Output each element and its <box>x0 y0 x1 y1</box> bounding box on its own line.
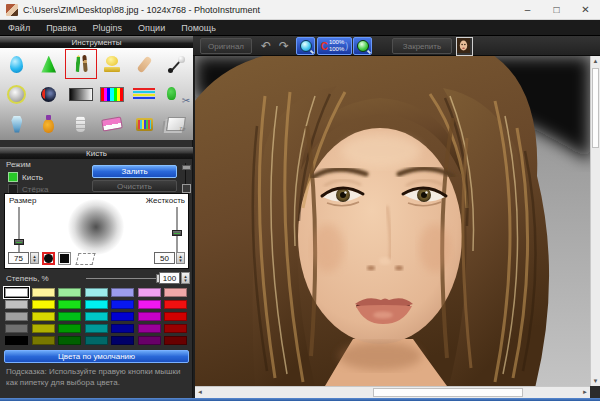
undo-button[interactable]: ↶ <box>258 38 274 54</box>
scroll-left-icon[interactable]: ◄ <box>195 387 205 398</box>
fill-button[interactable]: Залить <box>92 165 177 178</box>
tool-smudge-finger[interactable] <box>128 49 160 79</box>
scroll-down-icon[interactable]: ▼ <box>591 376 600 386</box>
tool-concealer-tube[interactable] <box>1 109 33 139</box>
horizontal-scroll-thumb[interactable] <box>373 388 523 397</box>
close-button[interactable]: ✕ <box>571 0 600 19</box>
color-swatch-0-5[interactable] <box>138 288 161 297</box>
default-colors-button[interactable]: Цвета по умолчанию <box>4 350 189 363</box>
color-swatch-4-1[interactable] <box>32 336 55 345</box>
tool-eraser[interactable] <box>97 109 129 139</box>
size-value[interactable]: 75 <box>8 252 29 264</box>
scroll-up-icon[interactable]: ▲ <box>591 56 600 66</box>
clear-button[interactable]: Очистить <box>92 180 177 192</box>
tool-denoise-tv[interactable] <box>128 109 160 139</box>
spin-down-icon[interactable]: ▾ <box>33 258 36 262</box>
brush-checkbox[interactable] <box>8 172 18 182</box>
tool-blur-drop[interactable] <box>1 49 33 79</box>
color-swatch-0-0[interactable] <box>5 288 28 297</box>
color-swatch-3-2[interactable] <box>58 324 81 333</box>
hardness-slider[interactable] <box>172 207 182 253</box>
tool-text-layers[interactable]: Te <box>160 109 192 139</box>
color-swatch-3-0[interactable] <box>5 324 28 333</box>
color-swatch-1-6[interactable] <box>164 300 187 309</box>
color-swatch-1-3[interactable] <box>85 300 108 309</box>
color-swatch-2-0[interactable] <box>5 312 28 321</box>
color-swatch-2-5[interactable] <box>138 312 161 321</box>
minimize-button[interactable]: – <box>513 0 542 19</box>
opacity-slider[interactable] <box>86 273 160 283</box>
hardness-spinbox[interactable]: 50 ▴ ▾ <box>154 252 185 264</box>
color-swatch-0-6[interactable] <box>164 288 187 297</box>
color-swatch-2-4[interactable] <box>111 312 134 321</box>
zoom-in-button[interactable] <box>353 37 372 55</box>
zoom-level-display[interactable]: C 100% 100% ) <box>317 37 352 55</box>
tool-color-lines[interactable] <box>128 79 160 109</box>
color-swatch-2-1[interactable] <box>32 312 55 321</box>
tool-light-bulb[interactable] <box>65 109 97 139</box>
tool-pin-tool[interactable] <box>160 49 192 79</box>
maximize-button[interactable]: □ <box>542 0 571 19</box>
hardness-slider-handle[interactable] <box>172 230 182 236</box>
menu-help[interactable]: Помощь <box>181 23 216 33</box>
mini-slider[interactable] <box>181 163 190 193</box>
opacity-spinbox[interactable]: 100 ▴ ▾ <box>159 272 190 284</box>
menu-edit[interactable]: Правка <box>46 23 76 33</box>
color-swatch-1-2[interactable] <box>58 300 81 309</box>
size-spin-arrows[interactable]: ▴ ▾ <box>30 252 39 264</box>
spin-down-icon[interactable]: ▾ <box>184 278 187 282</box>
color-swatch-1-4[interactable] <box>111 300 134 309</box>
scroll-right-icon[interactable]: ► <box>580 387 590 398</box>
hardness-value[interactable]: 50 <box>154 252 175 264</box>
tool-clone-stamp[interactable] <box>97 49 129 79</box>
image-thumbnail[interactable] <box>456 37 473 56</box>
color-swatch-3-3[interactable] <box>85 324 108 333</box>
horizontal-scrollbar[interactable]: ◄ ► <box>195 386 590 398</box>
color-swatch-0-1[interactable] <box>32 288 55 297</box>
color-swatch-4-2[interactable] <box>58 336 81 345</box>
color-swatch-3-6[interactable] <box>164 324 187 333</box>
photo-canvas[interactable] <box>195 56 590 386</box>
tool-rainbow-colors[interactable] <box>97 79 129 109</box>
opacity-spin-arrows[interactable]: ▴ ▾ <box>181 272 190 284</box>
square-brush-button[interactable] <box>58 252 71 265</box>
size-spinbox[interactable]: 75 ▴ ▾ <box>8 252 39 264</box>
size-slider[interactable] <box>14 207 24 253</box>
color-swatch-4-4[interactable] <box>111 336 134 345</box>
vertical-scrollbar[interactable]: ▲ ▼ <box>590 56 600 386</box>
color-swatch-3-1[interactable] <box>32 324 55 333</box>
color-swatch-1-0[interactable] <box>5 300 28 309</box>
custom-shape-icon[interactable] <box>76 253 96 265</box>
zoom-out-button[interactable] <box>296 37 315 55</box>
tool-red-eye[interactable] <box>33 79 65 109</box>
brush-mode-option[interactable]: Кисть <box>8 172 43 182</box>
tool-liquify-scissors[interactable]: ✂ <box>160 79 192 109</box>
color-swatch-2-6[interactable] <box>164 312 187 321</box>
opacity-value[interactable]: 100 <box>159 272 180 284</box>
color-swatch-4-5[interactable] <box>138 336 161 345</box>
pin-button[interactable]: Закрепить <box>392 38 452 54</box>
original-button[interactable]: Оригинал <box>200 38 252 54</box>
tool-glamour-clock[interactable] <box>1 79 33 109</box>
color-swatch-1-5[interactable] <box>138 300 161 309</box>
color-swatch-4-0[interactable] <box>5 336 28 345</box>
mini-slider-button[interactable] <box>182 184 191 193</box>
color-swatch-2-3[interactable] <box>85 312 108 321</box>
mini-slider-handle[interactable] <box>182 165 191 170</box>
tool-sharpen-cone[interactable] <box>33 49 65 79</box>
color-swatch-4-3[interactable] <box>85 336 108 345</box>
color-swatch-3-4[interactable] <box>111 324 134 333</box>
hardness-spin-arrows[interactable]: ▴ ▾ <box>176 252 185 264</box>
tool-brush-pencil[interactable] <box>65 49 97 79</box>
menu-options[interactable]: Опции <box>138 23 165 33</box>
color-swatch-2-2[interactable] <box>58 312 81 321</box>
spin-down-icon[interactable]: ▾ <box>179 258 182 262</box>
redo-button[interactable]: ↷ <box>276 38 292 54</box>
color-swatch-0-4[interactable] <box>111 288 134 297</box>
tool-bw-gradient[interactable] <box>65 79 97 109</box>
menu-file[interactable]: Файл <box>8 23 30 33</box>
round-brush-button[interactable] <box>42 252 55 265</box>
tool-spray-bottle[interactable] <box>33 109 65 139</box>
color-swatch-1-1[interactable] <box>32 300 55 309</box>
menu-plugins[interactable]: Plugins <box>93 23 123 33</box>
